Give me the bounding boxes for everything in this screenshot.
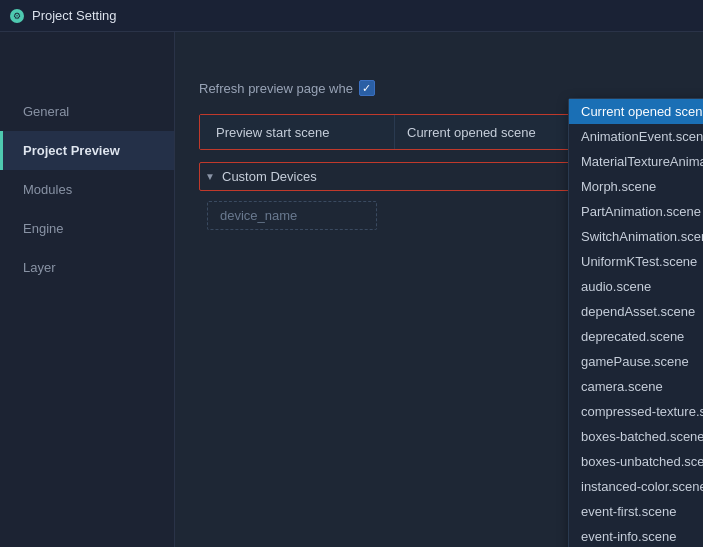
refresh-checkbox[interactable] <box>359 80 375 96</box>
dropdown-item[interactable]: compressed-texture.scene <box>569 399 703 424</box>
title-bar-text: Project Setting <box>32 8 117 23</box>
dropdown-item[interactable]: gamePause.scene <box>569 349 703 374</box>
dropdown-item[interactable]: instanced-color.scene <box>569 474 703 499</box>
gear-icon <box>10 9 24 23</box>
dropdown-item[interactable]: MaterialTextureAnimation.scene <box>569 149 703 174</box>
dropdown-item[interactable]: event-info.scene <box>569 524 703 547</box>
refresh-row: Refresh preview page whe <box>199 80 679 96</box>
main-layout: General Project Preview Modules Engine L… <box>0 32 703 547</box>
title-bar: Project Setting <box>0 0 703 32</box>
dropdown-item[interactable]: SwitchAnimation.scene <box>569 224 703 249</box>
sidebar-item-layer[interactable]: Layer <box>0 248 174 287</box>
content-area: Refresh preview page whe Preview start s… <box>175 32 703 547</box>
dropdown-item[interactable]: event-first.scene <box>569 499 703 524</box>
scene-dropdown-overlay: Current opened sceneAnimationEvent.scene… <box>568 98 703 547</box>
dropdown-item[interactable]: Current opened scene <box>569 99 703 124</box>
dropdown-item[interactable]: dependAsset.scene <box>569 299 703 324</box>
dropdown-item[interactable]: AnimationEvent.scene <box>569 124 703 149</box>
dropdown-item[interactable]: Morph.scene <box>569 174 703 199</box>
custom-devices-label: Custom Devices <box>222 169 317 184</box>
sidebar-item-general[interactable]: General <box>0 92 174 131</box>
dropdown-item[interactable]: audio.scene <box>569 274 703 299</box>
preview-start-scene-label: Preview start scene <box>200 115 395 149</box>
sidebar: General Project Preview Modules Engine L… <box>0 32 175 547</box>
dropdown-item[interactable]: camera.scene <box>569 374 703 399</box>
triangle-icon: ▼ <box>204 171 216 183</box>
sidebar-item-engine[interactable]: Engine <box>0 209 174 248</box>
device-name-input[interactable]: device_name <box>207 201 377 230</box>
sidebar-item-modules[interactable]: Modules <box>0 170 174 209</box>
dropdown-item[interactable]: boxes-unbatched.scene <box>569 449 703 474</box>
dropdown-item[interactable]: deprecated.scene <box>569 324 703 349</box>
sidebar-item-project-preview[interactable]: Project Preview <box>0 131 174 170</box>
dropdown-item[interactable]: PartAnimation.scene <box>569 199 703 224</box>
dropdown-item[interactable]: UniformKTest.scene <box>569 249 703 274</box>
refresh-label: Refresh preview page whe <box>199 81 353 96</box>
dropdown-item[interactable]: boxes-batched.scene <box>569 424 703 449</box>
